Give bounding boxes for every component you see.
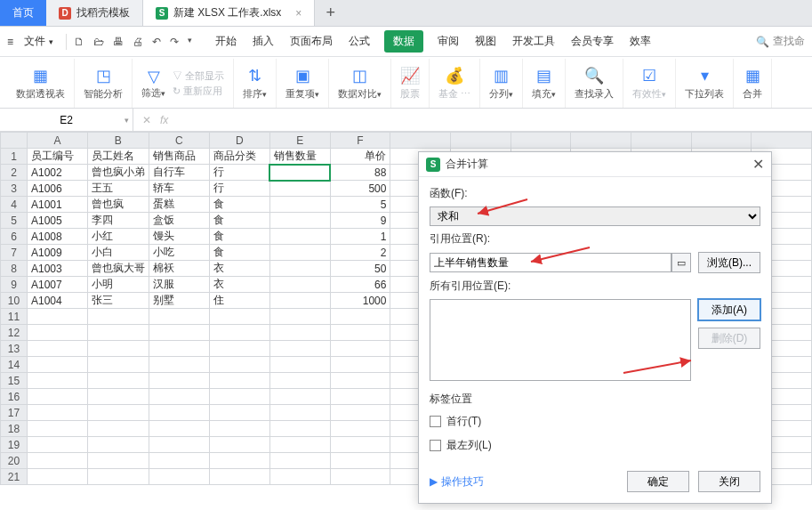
cell[interactable] [149,453,209,469]
tab-data[interactable]: 数据 [384,30,423,53]
tab-review[interactable]: 审阅 [436,30,461,53]
cell[interactable] [209,357,269,373]
cell[interactable]: 2 [330,245,390,261]
cell[interactable] [87,421,149,437]
cell[interactable]: 员工姓名 [87,149,149,165]
row-header[interactable]: 11 [1,309,28,325]
cell[interactable] [269,373,330,389]
cell[interactable] [149,341,209,357]
cell[interactable] [269,165,330,181]
add-button[interactable]: 添加(A) [698,299,760,320]
first-row-checkbox[interactable]: 首行(T) [430,414,760,429]
dropdown-list-button[interactable]: ▾下拉列表 [676,59,734,108]
cell[interactable] [269,357,330,373]
cell[interactable] [87,437,149,453]
cell[interactable]: 商品分类 [209,149,269,165]
cell[interactable]: 食 [209,213,269,229]
cell[interactable] [27,389,87,405]
file-menu[interactable]: 文件 ▾ [19,30,59,53]
col-header[interactable]: A [27,133,87,149]
save-icon[interactable]: 🖶 [113,36,124,48]
funds-button[interactable]: 💰基金 ⋯ [430,59,480,108]
cell[interactable] [330,469,390,485]
dialog-titlebar[interactable]: S 合并计算 ✕ [419,152,771,177]
reference-input[interactable] [430,253,671,272]
col-header[interactable]: B [87,133,149,149]
ok-button[interactable]: 确定 [627,471,689,492]
chevron-down-icon[interactable]: ▾ [188,36,192,48]
cell[interactable] [269,469,330,485]
tab-start[interactable]: 开始 [213,30,238,53]
cell[interactable] [269,261,330,277]
row-header[interactable]: 1 [1,149,28,165]
row-header[interactable]: 20 [1,453,28,469]
consolidate-button[interactable]: ▦合并 [734,59,772,108]
validation-button[interactable]: ☑有效性▾ [623,59,676,108]
cell[interactable]: 食 [209,245,269,261]
tab-page-layout[interactable]: 页面布局 [288,30,334,53]
col-header[interactable] [752,133,812,149]
cell[interactable] [209,437,269,453]
cell[interactable] [27,309,87,325]
row-header[interactable]: 10 [1,293,28,309]
cell[interactable]: 李四 [87,213,149,229]
row-header[interactable]: 6 [1,229,28,245]
cell[interactable] [87,309,149,325]
reapply-button[interactable]: ↻ 重新应用 [173,85,224,98]
cell[interactable]: 盒饭 [149,213,209,229]
name-box-input[interactable] [0,114,133,126]
col-header[interactable]: E [269,133,330,149]
cell[interactable] [330,309,390,325]
cell[interactable] [269,421,330,437]
fill-button[interactable]: ▤填充▾ [523,59,566,108]
cell[interactable] [149,389,209,405]
cell[interactable] [149,437,209,453]
chevron-down-icon[interactable]: ▾ [125,116,129,125]
cell[interactable]: A1003 [27,261,87,277]
row-header[interactable]: 7 [1,245,28,261]
cell[interactable]: 食 [209,229,269,245]
row-header[interactable]: 15 [1,373,28,389]
cell[interactable] [27,421,87,437]
tips-link[interactable]: ▶操作技巧 [430,474,484,490]
row-header[interactable]: 16 [1,389,28,405]
col-header[interactable] [390,133,451,149]
cell[interactable]: A1005 [27,213,87,229]
tab-close-icon[interactable]: × [295,7,301,20]
cell[interactable]: 小明 [87,277,149,293]
cell[interactable]: 王五 [87,181,149,197]
cell[interactable] [269,293,330,309]
filter-button[interactable]: ▽筛选▾ [141,67,165,100]
cell[interactable] [209,389,269,405]
cell[interactable]: A1008 [27,229,87,245]
cell[interactable] [330,341,390,357]
cell[interactable] [269,245,330,261]
print-icon[interactable]: 🖨 [133,36,143,48]
cell[interactable]: 5 [330,197,390,213]
cell[interactable]: A1004 [27,293,87,309]
cell[interactable]: 蛋糕 [149,197,209,213]
row-header[interactable]: 14 [1,357,28,373]
cell[interactable]: 500 [330,181,390,197]
name-box[interactable]: ▾ [0,109,133,131]
cell[interactable]: 自行车 [149,165,209,181]
cell[interactable]: 9 [330,213,390,229]
row-header[interactable]: 21 [1,469,28,485]
cell[interactable] [330,389,390,405]
tab-docer[interactable]: D 找稻壳模板 [46,0,143,26]
cell[interactable] [209,421,269,437]
cell[interactable] [330,437,390,453]
cell[interactable] [209,309,269,325]
cell[interactable]: 66 [330,277,390,293]
open-icon[interactable]: 🗁 [93,36,104,48]
cell[interactable] [149,469,209,485]
close-button[interactable]: 关闭 [698,471,760,492]
undo-icon[interactable]: ↶ [152,36,161,48]
cell[interactable] [87,325,149,341]
cell[interactable] [330,357,390,373]
duplicates-button[interactable]: ▣重复项▾ [277,59,329,108]
cell[interactable] [269,277,330,293]
cell[interactable] [269,325,330,341]
cell[interactable] [209,469,269,485]
cell[interactable] [330,405,390,421]
